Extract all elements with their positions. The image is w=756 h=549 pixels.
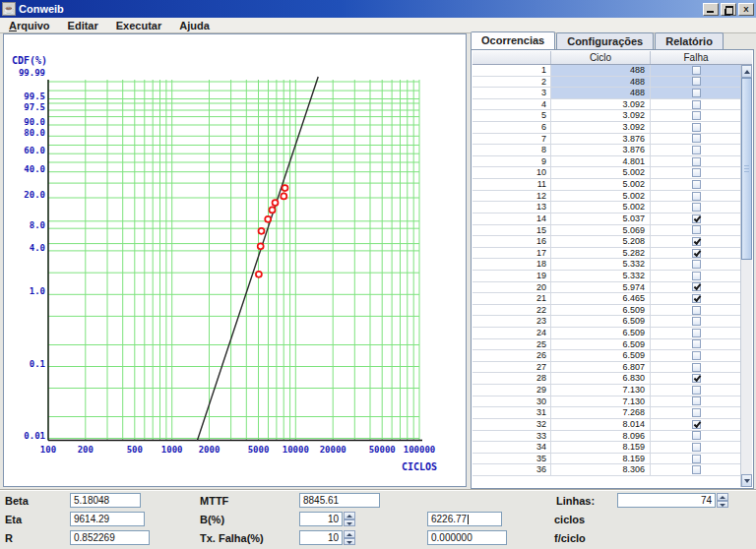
b-spin-down[interactable] bbox=[344, 519, 355, 527]
table-row[interactable]: 145.037 bbox=[472, 214, 741, 225]
ciclo-cell[interactable]: 5.332 bbox=[551, 271, 651, 282]
ciclo-cell[interactable]: 5.002 bbox=[551, 167, 651, 179]
table-row[interactable]: 226.509 bbox=[472, 305, 741, 317]
table-row[interactable]: 165.208 bbox=[472, 236, 741, 248]
tab-configurações[interactable]: Configurações bbox=[556, 32, 654, 49]
falha-checkbox[interactable] bbox=[692, 100, 701, 109]
ciclo-cell[interactable]: 6.509 bbox=[551, 316, 651, 328]
falha-checkbox[interactable] bbox=[692, 77, 701, 86]
falha-checkbox[interactable] bbox=[692, 363, 701, 372]
table-row[interactable]: 307.130 bbox=[472, 396, 741, 408]
falha-checkbox[interactable] bbox=[692, 420, 701, 429]
header-ciclo[interactable]: Ciclo bbox=[551, 51, 651, 64]
falha-checkbox[interactable] bbox=[692, 203, 701, 212]
menu-executar[interactable]: Executar bbox=[107, 20, 170, 31]
ciclo-cell[interactable]: 5.002 bbox=[551, 179, 651, 191]
table-row[interactable]: 115.002 bbox=[472, 179, 741, 191]
ciclo-cell[interactable]: 5.208 bbox=[551, 236, 651, 248]
ciclo-cell[interactable]: 3.876 bbox=[551, 145, 651, 156]
table-row[interactable]: 1488 bbox=[472, 65, 741, 77]
ciclo-cell[interactable]: 6.509 bbox=[551, 305, 651, 317]
ciclo-cell[interactable]: 5.002 bbox=[551, 202, 651, 214]
falha-checkbox[interactable] bbox=[692, 465, 701, 474]
ciclo-cell[interactable]: 6.509 bbox=[551, 339, 651, 351]
falha-checkbox[interactable] bbox=[692, 157, 701, 166]
close-button[interactable]: X bbox=[738, 3, 754, 16]
table-row[interactable]: 105.002 bbox=[472, 167, 741, 179]
table-row[interactable]: 94.801 bbox=[472, 156, 741, 168]
ciclo-cell[interactable]: 6.830 bbox=[551, 373, 651, 385]
ciclo-cell[interactable]: 5.002 bbox=[551, 191, 651, 203]
table-row[interactable]: 348.159 bbox=[472, 442, 741, 454]
table-row[interactable]: 135.002 bbox=[472, 202, 741, 214]
menu-editar[interactable]: Editar bbox=[59, 20, 107, 31]
ciclo-cell[interactable]: 4.801 bbox=[551, 156, 651, 168]
ciclo-cell[interactable]: 5.069 bbox=[551, 225, 651, 237]
table-row[interactable]: 73.876 bbox=[472, 134, 741, 146]
falha-checkbox[interactable] bbox=[692, 272, 701, 280]
b-spinner[interactable]: 10 bbox=[299, 512, 355, 526]
table-row[interactable]: 266.509 bbox=[472, 350, 741, 362]
table-row[interactable]: 246.509 bbox=[472, 328, 741, 339]
tx-rate-field[interactable]: 0.000000 bbox=[427, 530, 507, 545]
falha-checkbox[interactable] bbox=[692, 455, 701, 463]
header-falha[interactable]: Falha bbox=[651, 51, 741, 64]
falha-checkbox[interactable] bbox=[692, 317, 701, 326]
vertical-scrollbar[interactable] bbox=[740, 65, 752, 487]
falha-checkbox[interactable] bbox=[692, 431, 701, 440]
table-row[interactable]: 53.092 bbox=[472, 110, 741, 122]
falha-checkbox[interactable] bbox=[692, 225, 701, 234]
ciclo-cell[interactable]: 8.306 bbox=[551, 464, 651, 476]
ciclo-cell[interactable]: 488 bbox=[551, 77, 651, 89]
b-spinner-value[interactable]: 10 bbox=[299, 512, 343, 526]
falha-checkbox[interactable] bbox=[692, 249, 701, 258]
tx-spin-up[interactable] bbox=[344, 530, 355, 538]
ciclo-cell[interactable]: 8.096 bbox=[551, 431, 651, 443]
falha-checkbox[interactable] bbox=[692, 443, 701, 452]
ciclo-cell[interactable]: 8.159 bbox=[551, 442, 651, 454]
menu-ajuda[interactable]: Ajuda bbox=[170, 20, 219, 31]
table-row[interactable]: 175.282 bbox=[472, 248, 741, 260]
falha-checkbox[interactable] bbox=[692, 386, 701, 395]
falha-checkbox[interactable] bbox=[692, 146, 701, 154]
ciclo-cell[interactable]: 5.974 bbox=[551, 282, 651, 294]
falha-checkbox[interactable] bbox=[692, 168, 701, 177]
falha-checkbox[interactable] bbox=[692, 66, 701, 75]
ciclo-cell[interactable]: 6.807 bbox=[551, 362, 651, 374]
falha-checkbox[interactable] bbox=[692, 329, 701, 337]
table-row[interactable]: 185.332 bbox=[472, 259, 741, 271]
falha-checkbox[interactable] bbox=[692, 306, 701, 315]
falha-checkbox[interactable] bbox=[692, 294, 701, 303]
falha-checkbox[interactable] bbox=[692, 180, 701, 189]
linhas-spin-down[interactable] bbox=[717, 501, 728, 509]
falha-checkbox[interactable] bbox=[692, 111, 701, 120]
tx-spin-down[interactable] bbox=[344, 538, 355, 546]
title-bar[interactable]: ☕ Conweib X bbox=[0, 0, 756, 18]
ciclo-cell[interactable]: 488 bbox=[551, 65, 651, 77]
ciclo-cell[interactable]: 6.509 bbox=[551, 350, 651, 362]
ciclo-cell[interactable]: 5.037 bbox=[551, 214, 651, 225]
table-row[interactable]: 43.092 bbox=[472, 99, 741, 111]
menu-arquivo[interactable]: Arquivo bbox=[0, 20, 59, 31]
ciclo-cell[interactable]: 5.282 bbox=[551, 248, 651, 260]
b-cycles-field[interactable]: 6226.77 bbox=[427, 512, 502, 526]
falha-checkbox[interactable] bbox=[692, 89, 701, 97]
table-row[interactable]: 317.268 bbox=[472, 407, 741, 419]
table-row[interactable]: 338.096 bbox=[472, 431, 741, 443]
ciclo-cell[interactable]: 488 bbox=[551, 88, 651, 99]
falha-checkbox[interactable] bbox=[692, 260, 701, 269]
falha-checkbox[interactable] bbox=[692, 214, 701, 223]
falha-checkbox[interactable] bbox=[692, 396, 701, 405]
ciclo-cell[interactable]: 6.465 bbox=[551, 293, 651, 305]
table-row[interactable]: 276.807 bbox=[472, 362, 741, 374]
linhas-spin-up[interactable] bbox=[717, 493, 728, 501]
falha-checkbox[interactable] bbox=[692, 351, 701, 360]
falha-checkbox[interactable] bbox=[692, 408, 701, 417]
scroll-down-button[interactable] bbox=[741, 474, 752, 487]
restore-button[interactable] bbox=[721, 3, 736, 16]
table-row[interactable]: 205.974 bbox=[472, 282, 741, 294]
ciclo-cell[interactable]: 7.130 bbox=[551, 385, 651, 396]
falha-checkbox[interactable] bbox=[692, 192, 701, 201]
falha-checkbox[interactable] bbox=[692, 374, 701, 383]
falha-checkbox[interactable] bbox=[692, 339, 701, 348]
